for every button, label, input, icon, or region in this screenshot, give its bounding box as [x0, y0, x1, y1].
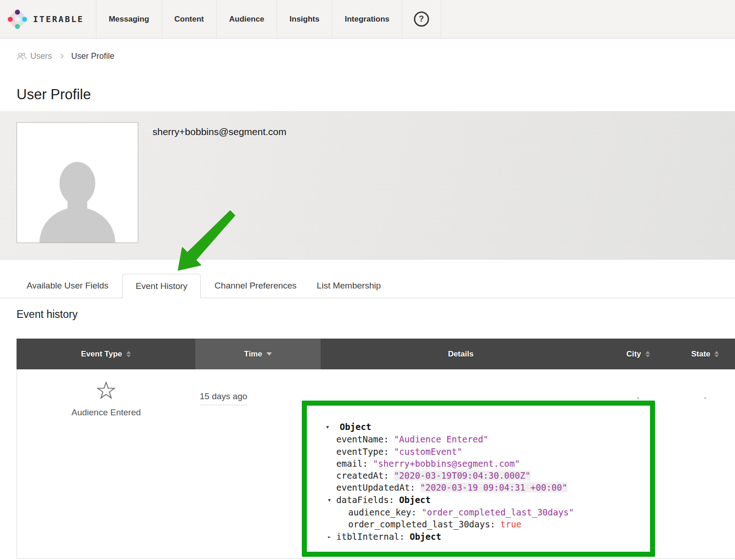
json-field: eventType:"customEvent" — [326, 446, 601, 458]
iterable-diamond-icon — [7, 9, 28, 29]
tab-channel-preferences[interactable]: Channel Preferences — [204, 274, 307, 298]
json-field: eventUpdatedAt:"2020-03-19 09:04:31 +00:… — [326, 481, 601, 493]
sort-both-icon — [714, 351, 719, 357]
tab-event-history[interactable]: Event History — [122, 274, 201, 298]
json-object-node: ►itblInternal:Object — [326, 531, 601, 543]
sort-both-icon — [126, 351, 131, 357]
json-field: email:"sherry+bobbins@segment.com" — [326, 458, 601, 469]
breadcrumb-current: User Profile — [71, 51, 114, 61]
json-field: createdAt:"2020-03-19T09:04:30.000Z" — [326, 469, 601, 481]
relative-time[interactable]: 15 days ago — [200, 391, 248, 405]
column-header-time[interactable]: Time — [195, 339, 321, 369]
sort-both-icon — [645, 351, 650, 357]
section-heading: Event history — [17, 307, 735, 321]
column-header-details: Details — [321, 339, 601, 369]
tab-available-user-fields[interactable]: Available User Fields — [17, 274, 119, 298]
tab-list-membership[interactable]: List Membership — [307, 274, 391, 298]
nav-item-messaging[interactable]: Messaging — [96, 0, 162, 38]
collapse-toggle-icon[interactable]: ▼ — [326, 421, 334, 433]
event-type-label: Audience Entered — [17, 407, 195, 418]
column-header-event-type[interactable]: Event Type — [17, 339, 195, 369]
table-row: Audience Entered 15 days ago ▼ Object ev… — [17, 369, 735, 559]
state-cell: - — [675, 369, 735, 558]
nav-item-insights[interactable]: Insights — [277, 0, 332, 38]
person-silhouette-icon — [33, 148, 122, 243]
json-field: audience_key:"order_completed_last_30day… — [326, 506, 601, 518]
table-header: Event Type Time Details City State — [17, 339, 735, 369]
event-type-cell: Audience Entered — [17, 369, 195, 558]
user-email: sherry+bobbins@segment.com — [153, 126, 287, 137]
time-cell: 15 days ago — [195, 369, 321, 558]
json-field: order_completed_last_30days:true — [326, 518, 601, 530]
breadcrumb: Users › User Profile — [17, 50, 735, 62]
nav-item-content[interactable]: Content — [162, 0, 217, 38]
profile-tabs: Available User Fields Event History Chan… — [0, 273, 735, 298]
page-title: User Profile — [17, 85, 735, 104]
city-cell: - — [601, 369, 675, 558]
help-icon: ? — [414, 11, 429, 27]
event-details-json: ▼ Object eventName:"Audience Entered" ev… — [326, 421, 601, 543]
help-button[interactable]: ? — [402, 0, 441, 38]
brand-name: ITERABLE — [33, 14, 84, 24]
breadcrumb-users-link[interactable]: Users — [17, 51, 52, 61]
column-header-state[interactable]: State — [675, 339, 735, 369]
nav-item-integrations[interactable]: Integrations — [332, 0, 402, 38]
json-object-node: ▼dataFields:Object — [326, 494, 601, 506]
sort-desc-icon — [266, 352, 272, 356]
expand-toggle-icon[interactable]: ► — [328, 531, 336, 543]
users-icon — [17, 52, 27, 60]
event-history-table: Event Type Time Details City State Audie… — [17, 339, 735, 559]
json-field: eventName:"Audience Entered" — [326, 433, 601, 445]
top-nav: ITERABLE Messaging Content Audience Insi… — [0, 0, 735, 39]
collapse-toggle-icon[interactable]: ▼ — [328, 494, 336, 506]
star-outline-icon — [96, 382, 116, 400]
json-root-node: ▼ Object — [326, 421, 601, 433]
nav-item-audience[interactable]: Audience — [217, 0, 277, 38]
iterable-logo[interactable]: ITERABLE — [0, 0, 96, 38]
avatar — [17, 122, 138, 243]
column-header-city[interactable]: City — [601, 339, 675, 369]
profile-hero: sherry+bobbins@segment.com — [0, 111, 735, 260]
details-cell: ▼ Object eventName:"Audience Entered" ev… — [321, 369, 601, 558]
chevron-right-icon: › — [60, 49, 64, 62]
